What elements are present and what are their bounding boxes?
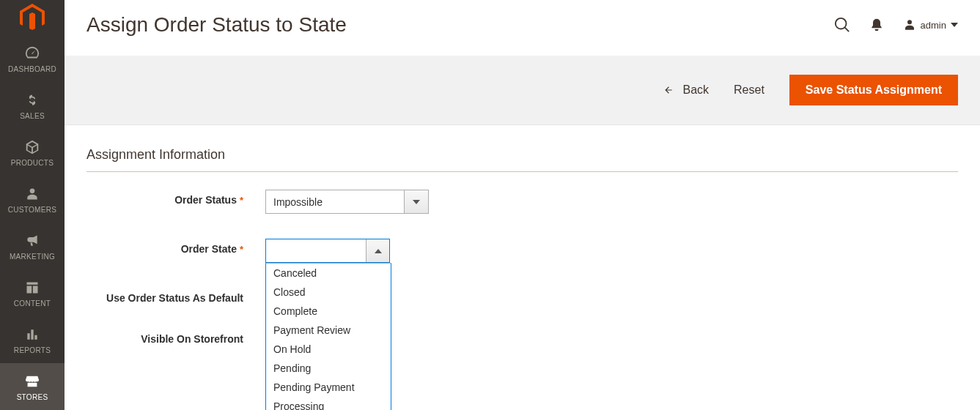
nav-stores[interactable]: Stores xyxy=(0,363,65,410)
chevron-up-icon xyxy=(375,247,382,255)
nav-products[interactable]: Products xyxy=(0,129,65,176)
nav-label: Customers xyxy=(8,206,56,214)
order-status-input[interactable] xyxy=(266,190,404,213)
person-icon xyxy=(25,184,40,204)
nav-customers[interactable]: Customers xyxy=(0,176,65,223)
dropdown-option[interactable]: Canceled xyxy=(266,264,391,283)
section-title: Assignment Information xyxy=(86,147,958,172)
dollar-icon xyxy=(25,91,40,110)
back-button[interactable]: Back xyxy=(662,83,709,97)
cube-icon xyxy=(24,138,40,157)
nav-marketing[interactable]: Marketing xyxy=(0,223,65,269)
nav-label: Reports xyxy=(14,346,51,354)
row-order-state: Order State * Canceled Closed Complete P… xyxy=(86,239,958,263)
magento-logo[interactable] xyxy=(0,0,65,35)
admin-sidebar: Dashboard Sales Products Customers Marke… xyxy=(0,0,65,410)
order-state-dropdown: Canceled Closed Complete Payment Review … xyxy=(265,263,391,410)
dropdown-option[interactable]: Closed xyxy=(266,283,391,302)
nav-sales[interactable]: Sales xyxy=(0,82,65,129)
nav-label: Dashboard xyxy=(8,65,56,73)
store-icon xyxy=(24,372,40,391)
row-order-status: Order Status * xyxy=(86,190,958,214)
megaphone-icon xyxy=(24,231,40,250)
row-use-default: Use Order Status As Default xyxy=(86,288,958,304)
arrow-left-icon xyxy=(662,85,675,95)
use-default-label: Use Order Status As Default xyxy=(106,292,243,304)
admin-user-name: admin xyxy=(921,20,946,31)
dropdown-option[interactable]: Complete xyxy=(266,302,391,321)
page-title: Assign Order Status to State xyxy=(86,13,834,37)
dropdown-option[interactable]: On Hold xyxy=(266,340,391,359)
search-icon[interactable] xyxy=(834,17,850,33)
nav-content[interactable]: Content xyxy=(0,269,65,316)
order-status-select[interactable] xyxy=(265,190,429,214)
back-label: Back xyxy=(682,83,709,97)
chevron-down-icon xyxy=(951,21,958,29)
order-state-label: Order State xyxy=(181,243,237,255)
order-state-select[interactable] xyxy=(265,239,390,263)
required-mark: * xyxy=(240,195,243,206)
reset-button[interactable]: Reset xyxy=(734,83,765,97)
order-state-input[interactable] xyxy=(266,239,366,262)
dropdown-option[interactable]: Pending Payment xyxy=(266,378,391,397)
order-status-toggle[interactable] xyxy=(404,190,428,213)
nav-label: Marketing xyxy=(10,253,55,261)
order-status-label: Order Status xyxy=(174,194,237,206)
page-header: Assign Order Status to State admin xyxy=(65,0,980,56)
required-mark: * xyxy=(240,244,243,255)
bar-chart-icon xyxy=(25,325,40,344)
dashboard-icon xyxy=(24,44,40,63)
dropdown-option[interactable]: Payment Review xyxy=(266,321,391,340)
save-button[interactable]: Save Status Assignment xyxy=(789,75,958,105)
content-area: Assignment Information Order Status * Or… xyxy=(65,125,980,392)
row-visible-storefront: Visible On Storefront xyxy=(86,329,958,345)
layout-icon xyxy=(25,278,40,297)
nav-label: Stores xyxy=(17,393,48,401)
main-area: Assign Order Status to State admin Back … xyxy=(65,0,980,392)
nav-dashboard[interactable]: Dashboard xyxy=(0,35,65,82)
notifications-icon[interactable] xyxy=(869,18,884,32)
admin-user-menu[interactable]: admin xyxy=(903,18,958,31)
dropdown-option[interactable]: Pending xyxy=(266,359,391,378)
nav-label: Content xyxy=(14,299,51,308)
order-state-toggle[interactable] xyxy=(366,239,389,262)
nav-label: Products xyxy=(11,159,54,167)
chevron-down-icon xyxy=(413,198,420,206)
user-icon xyxy=(903,18,916,31)
nav-label: Sales xyxy=(20,112,45,120)
visible-storefront-label: Visible On Storefront xyxy=(141,333,243,345)
dropdown-option[interactable]: Processing xyxy=(266,397,391,410)
nav-reports[interactable]: Reports xyxy=(0,316,65,363)
action-bar: Back Reset Save Status Assignment xyxy=(65,56,980,125)
